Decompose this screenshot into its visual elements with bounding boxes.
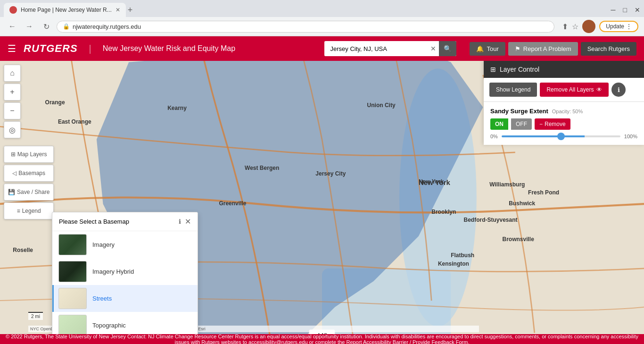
left-sidebar: ⌂ + − ◎ ⊞ Map Layers ◁ Basemaps 💾 Save /…	[0, 61, 58, 223]
basemap-item-imagery[interactable]: Imagery	[52, 231, 198, 258]
url-text: njwaterequity.rutgers.edu	[73, 23, 141, 30]
remove-icon: −	[539, 121, 543, 127]
remove-all-layers-button[interactable]: Remove All Layers 👁	[540, 83, 609, 97]
basemap-panel: Please Select a Basemap ℹ ✕ Imagery Imag…	[52, 212, 198, 334]
compass-button[interactable]: ◎	[4, 121, 21, 138]
location-search-input[interactable]	[324, 42, 428, 56]
basemap-label-imagery-hybrid: Imagery Hybrid	[92, 268, 134, 275]
app-title: New Jersey Water Risk and Equity Map	[103, 44, 235, 53]
toggle-off-button[interactable]: OFF	[511, 118, 532, 130]
basemap-thumb-topographic	[58, 315, 87, 334]
hamburger-menu[interactable]: ☰	[8, 43, 16, 54]
user-avatar[interactable]	[582, 20, 595, 33]
legend-label: Legend	[22, 208, 41, 214]
search-rutgers-button[interactable]: Search Rutgers	[581, 42, 636, 56]
tour-label: Tour	[487, 45, 498, 52]
save-share-button[interactable]: 💾 Save / Share	[4, 184, 54, 201]
toggle-on-button[interactable]: ON	[490, 118, 508, 130]
layer-name: Sandy Surge Extent	[490, 108, 548, 115]
back-button[interactable]: ←	[6, 20, 19, 33]
layer-item-sandy: Sandy Surge Extent Opacity: 50% ON OFF −…	[484, 102, 644, 145]
map-area[interactable]: 440 ⌂ + − ◎ ⊞ Map Layers ◁ Basemaps 💾 Sa…	[0, 61, 644, 334]
basemaps-icon: ◁	[12, 170, 17, 176]
basemap-label-topographic: Topographic	[92, 322, 126, 329]
basemap-panel-title: Please Select a Basemap	[59, 218, 175, 225]
layer-control-panel: ⊞ Layer Control Show Legend Remove All L…	[484, 61, 644, 145]
show-legend-button[interactable]: Show Legend	[489, 83, 537, 97]
maximize-button[interactable]: □	[623, 6, 627, 14]
tab-bar: Home Page | New Jersey Water R... ✕ + ─ …	[0, 0, 644, 17]
remove-label: Remove	[545, 121, 566, 127]
report-label: Report A Problem	[523, 45, 571, 52]
window-controls: ─ □ ✕	[611, 6, 640, 14]
basemap-item-streets[interactable]: Streets	[52, 285, 198, 312]
save-share-label: Save / Share	[17, 189, 50, 195]
basemap-item-imagery-hybrid[interactable]: Imagery Hybrid	[52, 258, 198, 285]
legend-icon: ≡	[17, 208, 20, 214]
basemap-info-icon[interactable]: ℹ	[179, 218, 181, 225]
header-divider: |	[89, 43, 91, 54]
address-bar: ← → ↻ 🔒 njwaterequity.rutgers.edu ⬆ ☆ Up…	[0, 17, 644, 36]
legend-button[interactable]: ≡ Legend	[4, 202, 54, 219]
layer-control-header: ⊞ Layer Control	[484, 61, 644, 78]
map-layers-button[interactable]: ⊞ Map Layers	[4, 146, 54, 163]
map-scale: 2 mi	[28, 312, 43, 320]
basemap-thumb-imagery-hybrid	[58, 261, 87, 282]
zoom-out-button[interactable]: −	[4, 102, 21, 119]
basemap-thumb-streets	[58, 288, 87, 309]
main-area: 440 ⌂ + − ◎ ⊞ Map Layers ◁ Basemaps 💾 Sa…	[0, 61, 644, 334]
new-tab-button[interactable]: +	[128, 5, 133, 15]
browser-chrome: Home Page | New Jersey Water R... ✕ + ─ …	[0, 0, 644, 36]
forward-button[interactable]: →	[23, 20, 36, 33]
close-button[interactable]: ✕	[635, 6, 640, 14]
search-clear-button[interactable]: ✕	[428, 45, 439, 52]
layer-control-toolbar: Show Legend Remove All Layers 👁 ℹ	[484, 78, 644, 102]
header-search: ✕ 🔍	[324, 41, 456, 56]
layers-icon: ⊞	[11, 151, 16, 158]
remove-layer-button[interactable]: − Remove	[535, 118, 570, 130]
refresh-button[interactable]: ↻	[40, 20, 53, 33]
layer-controls-row: ON OFF − Remove	[490, 118, 637, 130]
url-box[interactable]: 🔒 njwaterequity.rutgers.edu	[57, 21, 554, 33]
browser-right-icons: ⬆ ☆ Update ⋮	[562, 20, 638, 33]
basemap-item-topographic[interactable]: Topographic	[52, 312, 198, 334]
opacity-min-label: 0%	[490, 134, 498, 139]
basemaps-label: Basemaps	[18, 170, 45, 176]
opacity-slider[interactable]	[502, 135, 620, 137]
layer-title-row: Sandy Surge Extent Opacity: 50%	[490, 108, 637, 115]
layer-info-button[interactable]: ℹ	[611, 83, 626, 97]
layer-control-title: Layer Control	[500, 66, 539, 73]
app-header: ☰ RUTGERS | New Jersey Water Risk and Eq…	[0, 36, 644, 61]
update-button[interactable]: Update ⋮	[599, 21, 638, 32]
share-icon[interactable]: ⬆	[562, 22, 568, 31]
map-layers-label: Map Layers	[17, 151, 47, 158]
report-problem-button[interactable]: ⚑ Report A Problem	[508, 42, 578, 56]
tour-button[interactable]: 🔔 Tour	[470, 42, 505, 56]
zoom-in-button[interactable]: +	[4, 84, 21, 101]
remove-all-label: Remove All Layers	[546, 86, 594, 93]
lock-icon: 🔒	[63, 23, 70, 30]
home-button[interactable]: ⌂	[4, 65, 21, 82]
search-submit-button[interactable]: 🔍	[439, 41, 456, 56]
layers-grid-icon: ⊞	[490, 66, 496, 73]
header-buttons: 🔔 Tour ⚑ Report A Problem Search Rutgers	[470, 42, 636, 56]
basemaps-button[interactable]: ◁ Basemaps	[4, 165, 54, 182]
basemap-close-button[interactable]: ✕	[185, 217, 191, 226]
opacity-max-label: 100%	[624, 134, 637, 139]
basemap-thumb-imagery	[58, 234, 87, 255]
report-icon: ⚑	[515, 45, 520, 52]
footer: © 2022 Rutgers, The State University of …	[0, 334, 644, 344]
active-tab[interactable]: Home Page | New Jersey Water R... ✕	[4, 3, 126, 17]
search-rutgers-label: Search Rutgers	[587, 45, 630, 52]
tour-icon: 🔔	[476, 45, 484, 52]
basemap-label-imagery: Imagery	[92, 241, 115, 248]
basemap-label-streets: Streets	[92, 295, 112, 302]
opacity-slider-row: 0% 100%	[490, 134, 637, 139]
minimize-button[interactable]: ─	[611, 6, 616, 14]
save-icon: 💾	[8, 189, 15, 195]
bookmark-icon[interactable]: ☆	[572, 22, 578, 31]
eye-icon: 👁	[596, 86, 602, 93]
rutgers-logo: RUTGERS	[24, 42, 78, 55]
opacity-label: Opacity: 50%	[552, 109, 583, 114]
tab-close-button[interactable]: ✕	[116, 7, 120, 13]
